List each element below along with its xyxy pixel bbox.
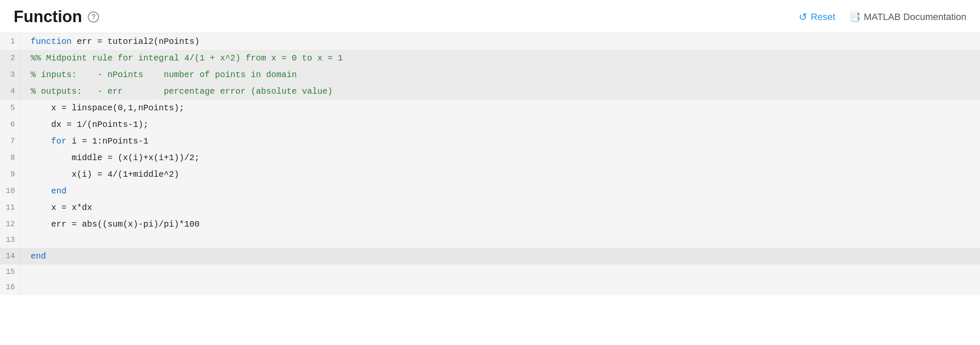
line-number: 3 [0, 66, 20, 83]
code-content: dx = 1/(nPoints-1); [20, 116, 980, 133]
code-content: end [20, 248, 980, 264]
line-number: 10 [0, 183, 20, 199]
code-line[interactable]: 14end [0, 248, 980, 264]
document-icon: 📑 [849, 12, 861, 23]
line-number: 13 [0, 233, 20, 248]
reset-icon: ↺ [799, 11, 807, 23]
line-number: 1 [0, 33, 20, 50]
line-number: 11 [0, 199, 20, 216]
code-content [20, 280, 980, 295]
code-content: x(i) = 4/(1+middle^2) [20, 166, 980, 183]
code-line[interactable]: 15 [0, 264, 980, 280]
code-line[interactable]: 16 [0, 280, 980, 295]
line-number: 6 [0, 116, 20, 133]
page-title: Function [14, 8, 82, 26]
code-line[interactable]: 9 x(i) = 4/(1+middle^2) [0, 166, 980, 183]
code-line[interactable]: 10 end [0, 183, 980, 199]
header-left: Function ? [14, 8, 99, 26]
line-number: 16 [0, 280, 20, 295]
code-content [20, 233, 980, 248]
code-content: err = abs((sum(x)-pi)/pi)*100 [20, 216, 980, 233]
header-right: ↺ Reset 📑 MATLAB Documentation [799, 11, 966, 23]
code-line[interactable]: 1function err = tutorial2(nPoints) [0, 33, 980, 50]
code-editor[interactable]: 1function err = tutorial2(nPoints)2%% Mi… [0, 33, 980, 295]
header: Function ? ↺ Reset 📑 MATLAB Documentatio… [0, 0, 980, 33]
line-number: 14 [0, 248, 20, 264]
code-line[interactable]: 5 x = linspace(0,1,nPoints); [0, 100, 980, 116]
line-number: 5 [0, 100, 20, 116]
line-number: 2 [0, 50, 20, 66]
code-content: x = linspace(0,1,nPoints); [20, 100, 980, 116]
help-icon[interactable]: ? [88, 12, 99, 23]
code-content: x = x*dx [20, 199, 980, 216]
code-content: function err = tutorial2(nPoints) [20, 33, 980, 50]
code-content: for i = 1:nPoints-1 [20, 133, 980, 150]
code-line[interactable]: 2%% Midpoint rule for integral 4/(1 + x^… [0, 50, 980, 66]
code-content: % outputs: - err percentage error (absol… [20, 83, 980, 100]
reset-button[interactable]: ↺ Reset [799, 11, 835, 23]
code-content: end [20, 183, 980, 199]
code-line[interactable]: 4% outputs: - err percentage error (abso… [0, 83, 980, 100]
code-line[interactable]: 12 err = abs((sum(x)-pi)/pi)*100 [0, 216, 980, 233]
line-number: 4 [0, 83, 20, 100]
line-number: 15 [0, 264, 20, 280]
code-line[interactable]: 7 for i = 1:nPoints-1 [0, 133, 980, 150]
code-content: %% Midpoint rule for integral 4/(1 + x^2… [20, 50, 980, 66]
code-content: middle = (x(i)+x(i+1))/2; [20, 150, 980, 166]
line-number: 8 [0, 150, 20, 166]
line-number: 12 [0, 216, 20, 233]
code-content [20, 264, 980, 280]
code-line[interactable]: 6 dx = 1/(nPoints-1); [0, 116, 980, 133]
line-number: 7 [0, 133, 20, 150]
line-number: 9 [0, 166, 20, 183]
code-line[interactable]: 13 [0, 233, 980, 248]
code-line[interactable]: 3% inputs: - nPoints number of points in… [0, 66, 980, 83]
code-content: % inputs: - nPoints number of points in … [20, 66, 980, 83]
matlab-documentation-button[interactable]: 📑 MATLAB Documentation [849, 12, 966, 23]
code-line[interactable]: 11 x = x*dx [0, 199, 980, 216]
code-line[interactable]: 8 middle = (x(i)+x(i+1))/2; [0, 150, 980, 166]
